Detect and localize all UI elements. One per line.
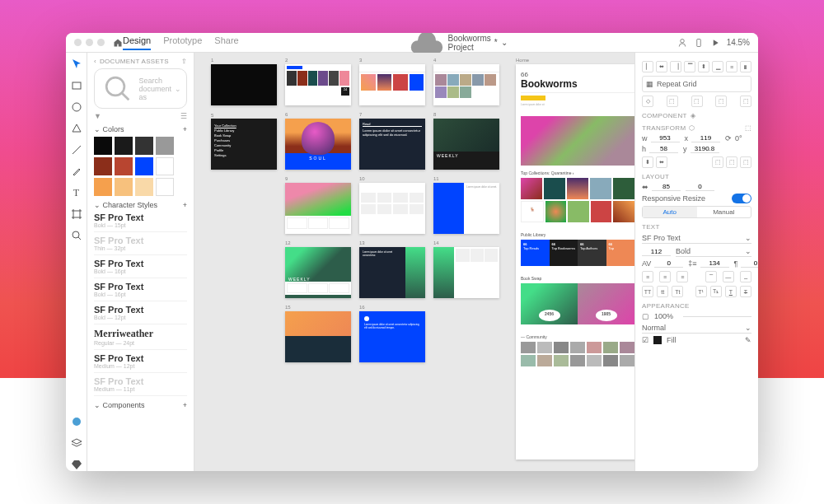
assets-panel: ‹DOCUMENT ASSETS⇪ Search document as⌄ ▼☰… [87, 53, 194, 471]
repeat-grid-button[interactable]: ▦Repeat Grid [642, 76, 751, 92]
y-input[interactable] [691, 145, 719, 153]
svg-rect-4 [73, 211, 80, 217]
svg-point-6 [73, 418, 81, 426]
responsive-toggle[interactable] [732, 194, 751, 203]
width-input[interactable] [651, 134, 680, 142]
svg-point-7 [106, 77, 124, 96]
svg-point-3 [73, 103, 81, 111]
char-style[interactable]: SF Pro TextBold — 16pt [94, 259, 187, 278]
char-style[interactable]: SF Pro TextBold — 15pt [94, 212, 187, 232]
titlebar-actions: 14.5% [677, 38, 750, 48]
zoom-level[interactable]: 14.5% [727, 38, 750, 47]
swatch[interactable] [94, 137, 112, 155]
swatch[interactable] [156, 137, 174, 155]
home-icon[interactable] [113, 38, 123, 48]
text-align[interactable]: ≡≡≡⎺―⎽ [642, 271, 751, 282]
tab-share[interactable]: Share [214, 35, 238, 50]
char-style[interactable]: SF Pro TextMedium — 11pt [94, 376, 187, 396]
toolbar: T [66, 53, 87, 471]
char-style[interactable]: SF Pro TextMedium — 12pt [94, 353, 187, 373]
filter-icon[interactable]: ▼ [94, 112, 101, 120]
app-window: Design Prototype Share Bookworms Project… [66, 33, 758, 471]
swatch[interactable] [135, 137, 153, 155]
tab-prototype[interactable]: Prototype [163, 35, 202, 50]
user-icon[interactable] [677, 38, 687, 48]
swatch[interactable] [94, 157, 112, 175]
polygon-tool[interactable] [70, 122, 83, 135]
rectangle-tool[interactable] [70, 79, 83, 92]
swatch[interactable] [135, 178, 153, 196]
titlebar: Design Prototype Share Bookworms Project… [66, 33, 758, 53]
swatch[interactable] [115, 137, 133, 155]
swatch[interactable] [115, 157, 133, 175]
pen-tool[interactable] [70, 165, 83, 178]
char-style[interactable]: SF Pro TextThin — 32pt [94, 236, 187, 255]
libraries-icon[interactable] [70, 415, 83, 428]
plugins-icon[interactable] [70, 458, 83, 471]
color-swatches [94, 137, 187, 196]
char-style[interactable]: MerriweatherRegular — 24pt [94, 328, 187, 350]
svg-point-5 [73, 231, 79, 238]
text-tool[interactable]: T [70, 186, 83, 199]
add-style[interactable]: + [183, 201, 187, 209]
mode-tabs: Design Prototype Share [123, 35, 239, 50]
x-input[interactable] [691, 134, 720, 142]
list-view-icon[interactable]: ☰ [180, 112, 187, 120]
svg-rect-2 [73, 82, 81, 89]
swatch[interactable] [156, 157, 174, 175]
ellipse-tool[interactable] [70, 100, 83, 114]
char-style[interactable]: SF Pro TextBold — 12pt [94, 305, 187, 324]
add-component[interactable]: + [183, 401, 187, 409]
layers-icon[interactable] [70, 436, 83, 450]
select-tool[interactable] [70, 58, 83, 71]
resize-mode[interactable]: AutoManual [642, 206, 751, 218]
swatch[interactable] [94, 178, 112, 196]
svg-point-0 [680, 39, 684, 43]
font-select[interactable]: SF Pro Text⌄ [642, 233, 751, 244]
search-input[interactable]: Search document as⌄ [94, 68, 187, 109]
height-input[interactable] [649, 145, 678, 153]
inspector-panel: ▏⬌▕▔⬍▁ ≡⫼ ▦Repeat Grid ◇⬚⬚⬚⬚ COMPONENT ◈… [634, 53, 758, 471]
tab-design[interactable]: Design [123, 35, 151, 50]
zoom-tool[interactable] [70, 229, 83, 242]
line-tool[interactable] [70, 143, 83, 156]
mobile-icon[interactable] [694, 38, 704, 48]
svg-rect-1 [696, 39, 700, 46]
play-icon[interactable] [710, 38, 720, 48]
swatch[interactable] [135, 157, 153, 175]
assets-header[interactable]: ‹DOCUMENT ASSETS⇪ [94, 58, 187, 65]
swatch[interactable] [115, 178, 133, 196]
artboard-tool[interactable] [70, 208, 83, 221]
eyedropper-icon[interactable]: ✎ [745, 336, 751, 344]
swatch[interactable] [156, 178, 174, 196]
text-case[interactable]: TTttTtT¹T₁TT [642, 286, 751, 297]
add-color[interactable]: + [183, 125, 187, 133]
align-tools[interactable]: ▏⬌▕▔⬍▁ ≡⫼ [642, 61, 751, 72]
window-controls[interactable] [74, 39, 105, 46]
canvas[interactable]: 1 2 24 3 4 [194, 53, 634, 471]
blend-mode[interactable]: Normal⌄ [642, 323, 751, 334]
char-style[interactable]: SF Pro TextBold — 16pt [94, 282, 187, 301]
